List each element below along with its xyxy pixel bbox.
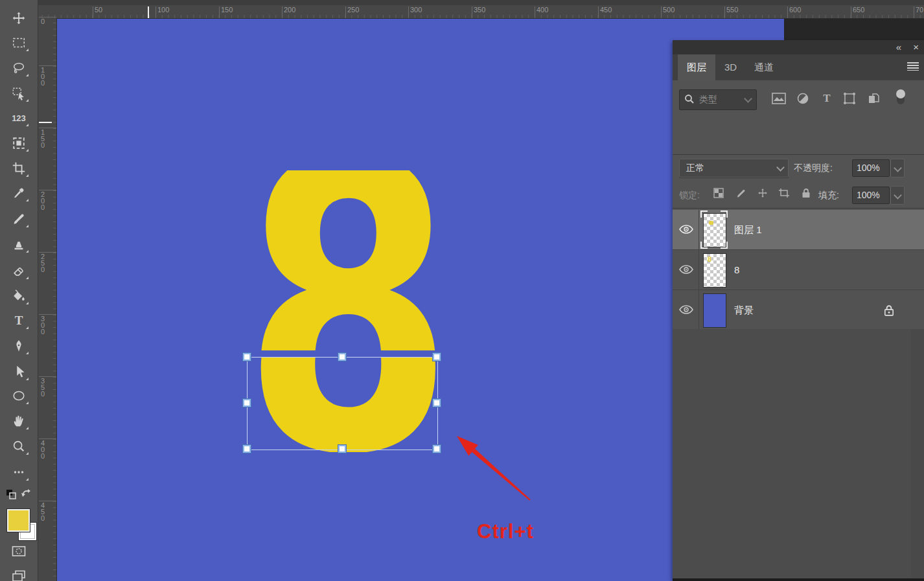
filter-toggle-switch[interactable] — [893, 89, 908, 105]
shortcut-annotation: Ctrl+t — [477, 520, 534, 543]
background-lock-icon — [884, 304, 894, 316]
pen-tool[interactable] — [11, 338, 27, 354]
lock-position-icon[interactable] — [756, 187, 769, 199]
brush-tool[interactable] — [11, 211, 27, 227]
transform-handle[interactable] — [338, 445, 346, 453]
transform-handle[interactable] — [433, 399, 441, 407]
ruler-number: 450 — [41, 502, 47, 521]
fill-label: 填充: — [818, 190, 839, 201]
ruler-number: 250 — [347, 6, 359, 14]
lock-artboard-icon[interactable] — [778, 187, 791, 199]
count-tool[interactable]: 123 — [11, 110, 27, 126]
opacity-value[interactable]: 100% — [852, 159, 890, 177]
close-panel-icon[interactable]: × — [913, 41, 919, 52]
ruler-number: 400 — [537, 6, 548, 14]
filter-adjustment-layers-icon[interactable] — [795, 91, 811, 106]
tools-toolbar: 123 T — [0, 0, 38, 581]
transform-handle[interactable] — [243, 399, 251, 407]
layer-row-2[interactable]: 8 8 — [673, 250, 924, 290]
path-selection-tool[interactable] — [11, 364, 27, 380]
blend-mode-value: 正常 — [686, 163, 704, 174]
divider — [673, 208, 924, 209]
ruler-number: 50 — [95, 6, 102, 14]
filter-smart-objects-icon[interactable] — [866, 91, 882, 106]
collapse-panel-icon[interactable]: « — [896, 41, 901, 52]
ruler-number: 300 — [410, 6, 422, 14]
eraser-tool[interactable] — [11, 263, 27, 279]
layer-filter-search[interactable]: 类型 — [679, 89, 757, 110]
opacity-label: 不透明度: — [794, 163, 833, 174]
object-selection-tool[interactable] — [11, 85, 27, 101]
filter-shape-layers-icon[interactable] — [842, 91, 857, 106]
horizontal-ruler[interactable]: 5010015020025030035040045050055060065070 — [38, 5, 924, 19]
zoom-tool[interactable] — [11, 439, 27, 454]
visibility-eye-icon[interactable] — [679, 264, 693, 275]
ruler-cursor-marker — [148, 6, 149, 18]
blend-mode-select[interactable]: 正常 — [679, 159, 789, 177]
ruler-number: 70 — [916, 6, 923, 14]
tab-3d[interactable]: 3D — [715, 54, 746, 80]
panel-scrollbar-gutter[interactable] — [911, 329, 924, 578]
transform-handle[interactable] — [338, 353, 346, 361]
fill-value[interactable]: 100% — [852, 187, 890, 204]
hand-tool[interactable] — [11, 413, 27, 429]
ruler-number: 550 — [726, 6, 738, 14]
frame-tool[interactable] — [11, 135, 27, 151]
transform-handle[interactable] — [243, 353, 251, 361]
photoshop-window: 8 8 Ctrl+t 50100150200250300350400450500… — [0, 0, 924, 581]
ruler-number: 200 — [41, 191, 47, 211]
rectangular-marquee-tool[interactable] — [11, 35, 27, 51]
ruler-number: 150 — [221, 6, 233, 14]
lasso-tool[interactable] — [11, 60, 27, 76]
vertical-ruler[interactable]: 0100150200250300350400450 — [38, 18, 57, 581]
opacity-dropdown-button[interactable] — [890, 159, 905, 177]
lock-transparent-pixels-icon[interactable] — [712, 187, 725, 199]
ruler-number: 450 — [600, 6, 612, 14]
ruler-number: 100 — [157, 6, 169, 14]
filter-pixel-layers-icon[interactable] — [771, 91, 787, 106]
panel-body: 类型 T 正常 — [673, 80, 924, 581]
layer-row-1[interactable]: 图层 1 — [673, 210, 924, 250]
ruler-number: 400 — [41, 440, 47, 459]
layer-name[interactable]: 8 — [734, 264, 739, 275]
transform-handle[interactable] — [243, 445, 251, 453]
digit-8-top-half: 8 — [250, 170, 445, 350]
edit-toolbar-button[interactable] — [11, 464, 27, 480]
ellipse-shape-tool[interactable] — [11, 388, 27, 404]
clone-stamp-tool[interactable] — [11, 236, 27, 252]
eyedropper-tool[interactable] — [11, 185, 27, 201]
lock-all-icon[interactable] — [800, 187, 813, 199]
ruler-number: 500 — [663, 6, 675, 14]
layer-name[interactable]: 图层 1 — [734, 224, 762, 236]
ruler-number: 0 — [41, 18, 47, 25]
chevron-down-icon[interactable] — [744, 95, 752, 103]
ruler-number: 350 — [41, 378, 47, 397]
search-icon — [684, 94, 695, 104]
transform-handle[interactable] — [433, 445, 441, 453]
fill-dropdown-button[interactable] — [890, 186, 905, 205]
tab-channels[interactable]: 通道 — [745, 54, 783, 80]
default-and-swap-colors[interactable] — [5, 488, 32, 503]
visibility-eye-icon[interactable] — [679, 304, 693, 315]
lock-image-pixels-icon[interactable] — [735, 187, 748, 199]
panel-menu-icon[interactable] — [907, 62, 919, 71]
layer-thumbnail[interactable]: 8 — [703, 253, 726, 288]
layer-thumbnail[interactable] — [703, 293, 726, 328]
paint-bucket-tool[interactable] — [11, 288, 27, 304]
type-tool[interactable]: T — [11, 313, 27, 328]
screen-mode-button[interactable] — [11, 568, 27, 581]
visibility-eye-icon[interactable] — [679, 224, 693, 234]
layers-panel: « × 图层 3D 通道 类型 T — [673, 40, 924, 581]
filter-type-layers-icon[interactable]: T — [819, 91, 835, 106]
crop-tool[interactable] — [11, 161, 27, 176]
transform-handle[interactable] — [433, 353, 441, 361]
foreground-color-swatch[interactable] — [7, 509, 30, 532]
move-tool[interactable] — [11, 10, 27, 26]
tab-layers[interactable]: 图层 — [678, 54, 715, 80]
quick-mask-button[interactable] — [11, 543, 27, 559]
ruler-number: 250 — [41, 253, 47, 273]
free-transform-box[interactable] — [247, 357, 438, 450]
layer-row-background[interactable]: 背景 — [673, 290, 924, 330]
layer-name[interactable]: 背景 — [734, 304, 754, 317]
lock-label: 锁定: — [679, 190, 700, 201]
